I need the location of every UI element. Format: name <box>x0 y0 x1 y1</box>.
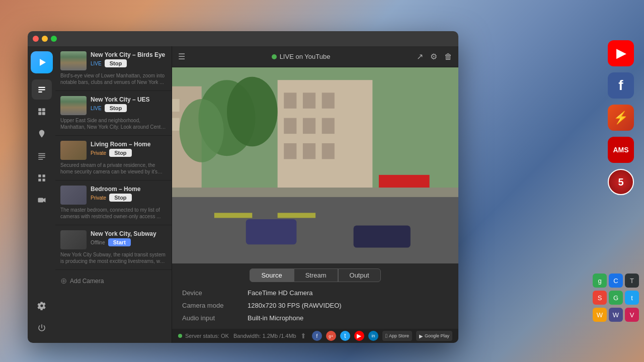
camera-desc-0: Bird's-eye view of Lower Manhattan, zoom… <box>60 72 167 85</box>
mini-icon-2[interactable]: C <box>609 274 623 288</box>
video-preview <box>172 67 458 263</box>
video-preview-area <box>172 67 458 263</box>
svg-rect-29 <box>284 118 296 134</box>
camera-mode-value: 644x362 30 FPS (RAWVIDEO) <box>248 302 342 309</box>
sidebar-bottom <box>32 296 52 338</box>
tab-stream[interactable]: Stream <box>294 268 338 282</box>
svg-rect-12 <box>38 159 43 160</box>
app-logo[interactable] <box>31 51 53 73</box>
desktop-icon-facebook[interactable]: f <box>608 72 634 99</box>
svg-rect-42 <box>354 226 411 248</box>
camera-desc-4: New York City Subway, the rapid transit … <box>60 251 167 264</box>
social-twitter-icon[interactable]: t <box>340 331 350 341</box>
sidebar-item-video[interactable] <box>32 190 52 210</box>
svg-rect-33 <box>303 143 315 159</box>
sidebar-item-grid[interactable] <box>32 168 52 188</box>
bottom-panel: Source Stream Output Device FaceTime HD … <box>172 263 458 329</box>
tab-source[interactable]: Source <box>250 268 293 282</box>
social-googleplus-icon[interactable]: g+ <box>326 331 336 341</box>
device-label: Device <box>182 289 248 297</box>
sidebar-item-location[interactable] <box>32 124 52 144</box>
camera-mode-row: Camera mode 644x362 30 FPS (RAWVIDEO) <box>182 302 448 309</box>
menu-icon[interactable]: ☰ <box>178 52 185 61</box>
title-bar <box>28 31 458 46</box>
desktop-icon-ams[interactable]: AMS <box>608 137 634 163</box>
delete-icon[interactable]: 🗑 <box>444 52 452 61</box>
desktop-icon-youtube[interactable]: ▶ <box>608 40 634 66</box>
svg-point-36 <box>227 77 278 146</box>
social-facebook-icon[interactable]: f <box>312 331 322 341</box>
svg-rect-1 <box>38 87 45 88</box>
mini-icon-5[interactable]: G <box>609 291 623 305</box>
camera-name-4: New York City, Subway <box>91 230 167 237</box>
app-window: New York City – Birds Eye LIVE Stop Bird… <box>28 31 458 343</box>
desktop-icons: ▶ f ⚡ AMS 5 <box>608 40 634 195</box>
settings-icon[interactable]: ⚙ <box>430 52 437 61</box>
mini-icon-6[interactable]: t <box>625 291 639 305</box>
mini-icon-7[interactable]: W <box>593 308 607 322</box>
camera-item-1[interactable]: New York City – UES LIVE Stop Upper East… <box>55 91 172 136</box>
svg-rect-26 <box>284 93 296 108</box>
desktop-icon-flash[interactable]: ⚡ <box>608 105 634 131</box>
desktop-icon-s5[interactable]: 5 <box>608 169 634 195</box>
svg-rect-4 <box>38 108 41 111</box>
top-bar-center: LIVE on YouTube <box>190 53 412 60</box>
camera-btn-2[interactable]: Stop <box>109 149 131 157</box>
camera-status-3: Private <box>91 195 106 201</box>
svg-rect-30 <box>303 118 315 134</box>
add-camera-button[interactable]: ⊕Add Camera <box>55 270 172 292</box>
sidebar-item-settings[interactable] <box>32 296 52 316</box>
tab-output[interactable]: Output <box>338 268 381 282</box>
camera-btn-1[interactable]: Stop <box>105 104 127 112</box>
upload-icon: ⬆ <box>300 332 306 340</box>
app-body: New York City – Birds Eye LIVE Stop Bird… <box>28 46 458 343</box>
mini-icon-8[interactable]: W <box>609 308 623 322</box>
camera-btn-0[interactable]: Stop <box>105 59 127 67</box>
add-icon: ⊕ <box>60 276 67 286</box>
svg-rect-15 <box>38 179 41 182</box>
camera-name-3: Bedroom – Home <box>91 186 167 193</box>
social-youtube-icon[interactable]: ▶ <box>354 331 364 341</box>
svg-rect-5 <box>42 108 45 111</box>
appstore-badge[interactable]:  App Store <box>382 331 412 341</box>
audio-input-row: Audio input Built-in Microphone <box>182 314 448 322</box>
svg-rect-11 <box>38 157 45 158</box>
minimize-button[interactable] <box>42 36 48 42</box>
camera-item-2[interactable]: Living Room – Home Private Stop Secured … <box>55 136 172 180</box>
googleplay-badge[interactable]: ▶ Google Play <box>416 331 452 341</box>
sidebar-item-list[interactable] <box>32 146 52 166</box>
camera-status-1: LIVE <box>91 106 102 111</box>
maximize-button[interactable] <box>51 36 57 42</box>
svg-rect-9 <box>38 153 45 154</box>
svg-rect-41 <box>246 219 297 244</box>
svg-rect-3 <box>38 92 42 93</box>
camera-item-3[interactable]: Bedroom – Home Private Stop The master b… <box>55 180 172 225</box>
mini-icon-4[interactable]: S <box>593 291 607 305</box>
mini-icon-9[interactable]: V <box>625 308 639 322</box>
top-bar: ☰ LIVE on YouTube ↗ ⚙ 🗑 <box>172 46 458 67</box>
svg-rect-24 <box>172 118 180 131</box>
camera-item-0[interactable]: New York City – Birds Eye LIVE Stop Bird… <box>55 46 172 91</box>
mini-icon-1[interactable]: g <box>593 274 607 288</box>
status-bar: Server status: OK Bandwidth: 1.2Mb /1.4M… <box>172 329 458 343</box>
camera-btn-4[interactable]: Start <box>108 238 131 246</box>
svg-marker-18 <box>43 198 46 203</box>
sidebar-item-streams[interactable] <box>32 79 52 100</box>
close-button[interactable] <box>33 36 39 42</box>
svg-rect-32 <box>284 143 296 159</box>
server-status-text: Server status: OK Bandwidth: 1.2Mb /1.4M… <box>185 333 296 339</box>
camera-btn-3[interactable]: Stop <box>109 194 131 202</box>
camera-item-4[interactable]: New York City, Subway Offline Start New … <box>55 225 172 270</box>
top-bar-right: ↗ ⚙ 🗑 <box>417 52 452 61</box>
camera-name-2: Living Room – Home <box>91 141 167 148</box>
social-linkedin-icon[interactable]: in <box>368 331 378 341</box>
camera-list: New York City – Birds Eye LIVE Stop Bird… <box>55 46 172 343</box>
mini-icon-3[interactable]: T <box>625 274 639 288</box>
camera-mode-label: Camera mode <box>182 302 248 309</box>
svg-rect-40 <box>278 213 315 218</box>
svg-point-37 <box>180 99 224 162</box>
sidebar-item-power[interactable] <box>32 318 52 338</box>
desktop-mini-icons: g C T S G t W W V <box>593 274 639 322</box>
share-icon[interactable]: ↗ <box>417 52 423 61</box>
sidebar-item-library[interactable] <box>32 102 52 122</box>
